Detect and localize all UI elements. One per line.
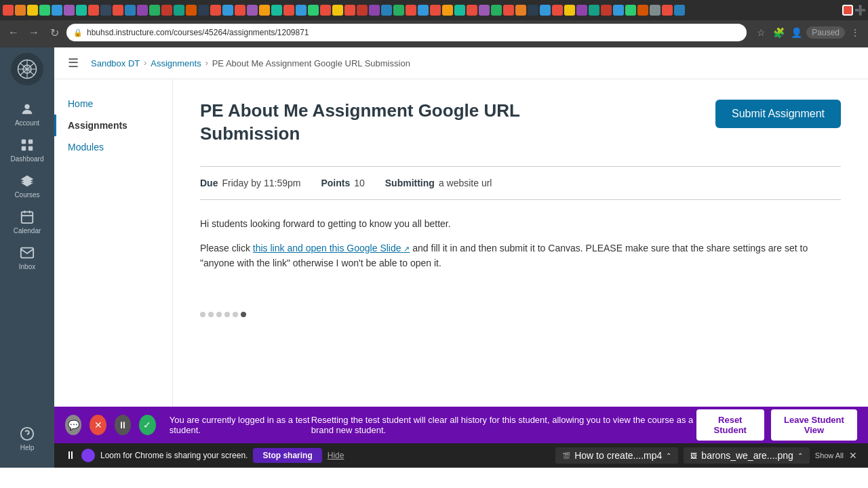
sidebar-item-help[interactable]: Help (0, 421, 54, 457)
chat-button[interactable]: 💬 (65, 415, 81, 435)
check-button[interactable]: ✓ (139, 415, 155, 435)
stop-sharing-button[interactable]: Stop sharing (253, 448, 321, 463)
course-nav: Home Assignments Modules (54, 79, 173, 407)
sidebar-item-calendar[interactable]: Calendar (0, 204, 54, 240)
breadcrumb: ☰ Sandbox DT › Assignments › PE About Me… (54, 47, 868, 79)
submitting-value: a website url (439, 178, 492, 188)
menu-button[interactable]: ⋮ (848, 27, 863, 38)
svg-rect-9 (22, 146, 26, 150)
screen-share-message: Loom for Chrome is sharing your screen. (100, 451, 248, 460)
svg-rect-10 (28, 146, 33, 150)
submit-assignment-button[interactable]: Submit Assignment (715, 100, 841, 128)
assignment-header: PE About Me Assignment Google URL Submis… (200, 100, 841, 146)
screen-share-left: ⏸ Loom for Chrome is sharing your screen… (65, 448, 344, 463)
dot-6 (241, 312, 246, 317)
assignment-meta: Due Friday by 11:59pm Points 10 Submitti… (200, 166, 841, 200)
svg-rect-8 (28, 140, 33, 144)
body-line2: Please click this link and open this Goo… (200, 241, 841, 271)
breadcrumb-separator-2: › (205, 58, 208, 68)
taskbar-close-button[interactable]: ✕ (849, 450, 857, 461)
svg-rect-7 (22, 140, 26, 144)
reset-student-button[interactable]: Reset Student (696, 409, 764, 441)
dot-2 (208, 312, 214, 317)
student-view-actions: Reset Student Leave Student View (696, 409, 857, 441)
svg-rect-11 (22, 212, 33, 224)
due-label: Due (200, 178, 218, 188)
assignment-content: PE About Me Assignment Google URL Submis… (173, 79, 868, 407)
chevron-down-icon-2: ⌃ (797, 452, 803, 460)
file-icon-2: 🖼 (690, 452, 697, 460)
sidebar-item-account[interactable]: Account (0, 96, 54, 132)
taskbar-area: 🎬 How to create....mp4 ⌃ 🖼 barons_we_are… (555, 447, 857, 464)
body-line1: Hi students looking forward to getting t… (200, 216, 841, 231)
svg-point-6 (24, 104, 29, 109)
paused-badge: Paused (806, 26, 845, 39)
canvas-logo (11, 53, 43, 85)
address-bar[interactable]: 🔒 hbuhsd.instructure.com/courses/45264/a… (66, 24, 747, 41)
hide-button[interactable]: Hide (328, 451, 344, 460)
breadcrumb-assignments[interactable]: Assignments (151, 58, 201, 68)
student-view-logged-in: You are currently logged in as a test st… (170, 415, 311, 435)
breadcrumb-separator-1: › (144, 58, 146, 68)
dot-5 (233, 312, 238, 317)
screen-share-bar: ⏸ Loom for Chrome is sharing your screen… (54, 443, 868, 468)
taskbar-item-1[interactable]: 🎬 How to create....mp4 ⌃ (555, 447, 678, 464)
student-view-left: 💬 ✕ ⏸ ✓ You are currently logged in as a… (65, 415, 311, 435)
profile-button[interactable]: 👤 (789, 27, 804, 38)
submitting-label: Submitting (385, 178, 435, 188)
breadcrumb-sandbox[interactable]: Sandbox DT (91, 58, 140, 68)
extensions-button[interactable]: 🧩 (771, 27, 786, 38)
meta-points: Points 10 (321, 178, 364, 188)
sidebar: Account Dashboard Courses Calendar Inbox… (0, 47, 54, 468)
student-view-bar: 💬 ✕ ⏸ ✓ You are currently logged in as a… (54, 407, 868, 443)
points-value: 10 (354, 178, 365, 188)
file-icon-1: 🎬 (562, 452, 570, 460)
browser-tab-bar: ➕ (0, 0, 868, 20)
pause-button[interactable]: ⏸ (115, 415, 131, 435)
url-text: hbuhsd.instructure.com/courses/45264/ass… (87, 28, 309, 37)
sidebar-item-dashboard[interactable]: Dashboard (0, 132, 54, 168)
dot-3 (216, 312, 222, 317)
pause-icon: ⏸ (65, 449, 76, 462)
loom-icon (81, 449, 95, 462)
sidebar-item-courses[interactable]: Courses (0, 168, 54, 204)
bookmark-button[interactable]: ☆ (753, 27, 768, 38)
google-slide-link[interactable]: this link and open this Google Slide ↗ (253, 243, 410, 253)
leave-student-view-button[interactable]: Leave Student View (771, 409, 857, 441)
close-button[interactable]: ✕ (90, 415, 106, 435)
nav-home[interactable]: Home (54, 93, 172, 115)
browser-toolbar: ← → ↻ 🔒 hbuhsd.instructure.com/courses/4… (0, 20, 868, 47)
due-value: Friday by 11:59pm (222, 178, 300, 188)
student-view-message: Resetting the test student will clear al… (311, 415, 696, 435)
points-label: Points (321, 178, 350, 188)
meta-due: Due Friday by 11:59pm (200, 178, 300, 188)
show-all-button[interactable]: Show All (815, 451, 844, 460)
assignment-body: Hi students looking forward to getting t… (200, 216, 841, 271)
assignment-title: PE About Me Assignment Google URL Submis… (200, 100, 553, 146)
nav-modules[interactable]: Modules (54, 136, 172, 158)
meta-submitting: Submitting a website url (385, 178, 492, 188)
taskbar-label-1: How to create....mp4 (574, 450, 662, 461)
breadcrumb-current: PE About Me Assignment Google URL Submis… (212, 58, 410, 68)
dot-4 (224, 312, 230, 317)
lock-icon: 🔒 (73, 28, 83, 37)
nav-assignments[interactable]: Assignments (54, 115, 172, 136)
forward-button[interactable]: → (26, 26, 42, 39)
chevron-down-icon-1: ⌃ (666, 452, 671, 460)
sidebar-item-inbox[interactable]: Inbox (0, 240, 54, 276)
hamburger-button[interactable]: ☰ (68, 56, 79, 70)
taskbar-label-2: barons_we_are....png (701, 450, 793, 461)
dot-1 (200, 312, 205, 317)
body-pre-link: Please click (200, 243, 253, 253)
back-button[interactable]: ← (5, 26, 22, 39)
progress-dots (200, 312, 841, 317)
taskbar-item-2[interactable]: 🖼 barons_we_are....png ⌃ (684, 447, 809, 464)
refresh-button[interactable]: ↻ (46, 26, 62, 39)
